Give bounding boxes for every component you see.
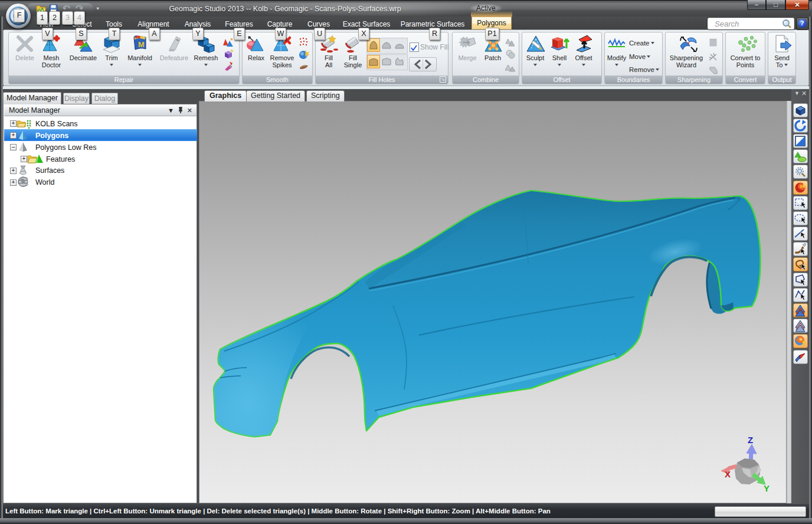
svg-text:X: X: [725, 469, 731, 479]
svg-text:M: M: [138, 40, 145, 49]
svg-text:Y: Y: [764, 483, 770, 493]
svg-text:Z: Z: [748, 435, 753, 445]
